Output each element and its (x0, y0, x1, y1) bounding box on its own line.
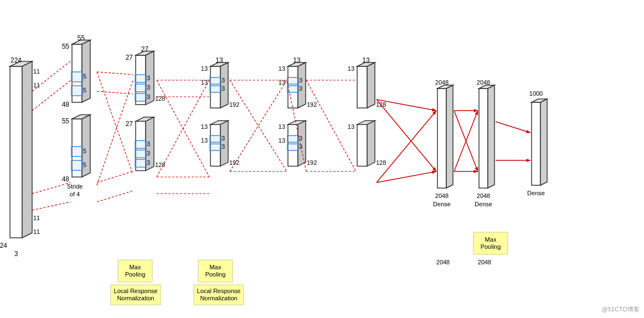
diagram-container: @51CTO博客 (0, 0, 644, 318)
watermark-label: @51CTO博客 (602, 305, 640, 314)
